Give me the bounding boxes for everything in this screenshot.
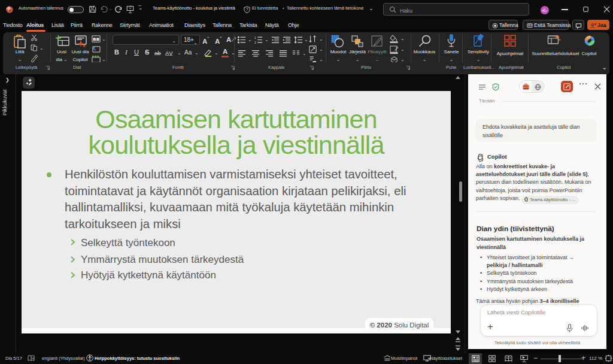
svg-text:1: 1 <box>254 37 256 40</box>
svg-text:2: 2 <box>254 41 256 44</box>
svg-text:P: P <box>8 7 11 11</box>
svg-text:?: ? <box>246 7 248 11</box>
